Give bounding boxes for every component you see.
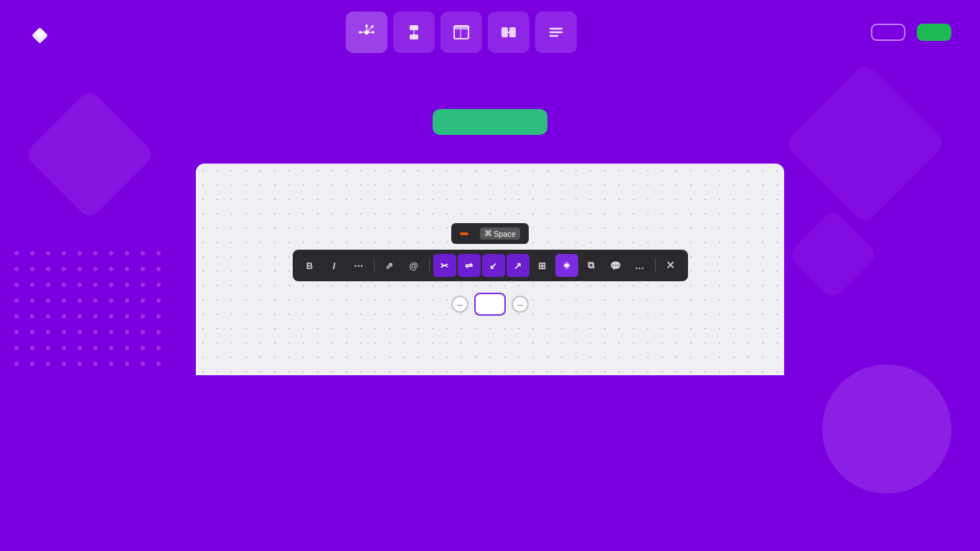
node-connector-left[interactable]: – [451, 296, 468, 313]
ai-sparkle-icon [560, 259, 573, 272]
mindmap-node: – – [451, 293, 529, 316]
toolbar-italic[interactable]: I [323, 254, 346, 277]
nav-icons [346, 11, 577, 53]
toolbar-cut[interactable]: ✂ [433, 254, 456, 277]
deco-circle-right [822, 364, 951, 494]
connector-left-symbol: – [457, 298, 463, 310]
toolbar-swap[interactable]: ⇌ [458, 254, 481, 277]
svg-line-10 [367, 27, 372, 32]
dot-grid: // generate dots inline const dg = docum… [14, 251, 169, 375]
toolbar-close[interactable]: ✕ [659, 254, 682, 277]
deco-diamond-topleft [24, 88, 156, 220]
whimsical-logo-icon [29, 19, 55, 45]
try-it-now-button[interactable] [433, 109, 547, 135]
deco-diamond-topright-lg [784, 65, 946, 225]
svg-rect-15 [454, 26, 468, 29]
toolbar-curve-right[interactable]: ↗ [507, 254, 529, 277]
shortcut-hint: ⌘ Space [480, 227, 520, 240]
hero-section: // generate dots inline const dg = docum… [0, 65, 980, 551]
nav-right [859, 24, 951, 41]
toolbar-mention[interactable]: @ [402, 254, 425, 277]
format-toolbar: B I ⋯ ⇗ @ ✂ ⇌ ↙ ↗ ⊞ ⧉ 💬 … ✕ [293, 250, 688, 281]
svg-rect-11 [410, 25, 418, 30]
toolbar-grid[interactable]: ⊞ [531, 254, 554, 277]
nav-wireframe-button[interactable] [440, 11, 482, 53]
nav-flowchart-button[interactable] [393, 11, 435, 53]
svg-rect-12 [410, 34, 418, 39]
mindmap-nav-icon [357, 22, 377, 42]
toolbar-more[interactable]: ⋯ [347, 254, 370, 277]
toolbar-link[interactable]: ⇗ [378, 254, 401, 277]
flowchart-nav-icon [404, 22, 424, 42]
demo-area: ⌘ Space B I ⋯ ⇗ @ ✂ ⇌ ↙ ↗ ⊞ ⧉ [196, 164, 784, 375]
toolbar-sep-2 [429, 258, 430, 273]
sticky-nav-icon [499, 22, 519, 42]
cmd-symbol: ⌘ [484, 229, 492, 238]
ai-tooltip: ⌘ Space [451, 223, 529, 244]
svg-rect-17 [501, 27, 508, 37]
toolbar-curve-left[interactable]: ↙ [482, 254, 505, 277]
deco-diamond-topright-sm [787, 209, 878, 300]
signup-button[interactable] [917, 24, 951, 41]
header [0, 0, 980, 65]
toolbar-duplicate[interactable]: ⧉ [580, 254, 603, 277]
node-box[interactable] [474, 293, 506, 316]
login-button[interactable] [871, 24, 905, 41]
docs-nav-icon [546, 22, 566, 42]
nav-mindmap-button[interactable] [346, 11, 387, 53]
connector-right-symbol: – [517, 298, 523, 310]
nav-sticky-button[interactable] [488, 11, 529, 53]
node-connector-right[interactable]: – [512, 296, 529, 313]
nav-docs-button[interactable] [535, 11, 577, 53]
toolbar-bold[interactable]: B [298, 254, 321, 277]
toolbar-sep-3 [655, 258, 656, 273]
toolbar-comment[interactable]: 💬 [604, 254, 627, 277]
wireframe-nav-icon [451, 22, 471, 42]
space-label: Space [494, 230, 516, 238]
toolbar-sep-1 [374, 258, 374, 273]
beta-badge [460, 232, 468, 235]
toolbar-ai[interactable] [555, 254, 578, 277]
toolbar-ellipsis[interactable]: … [628, 254, 651, 277]
logo-area [29, 19, 63, 45]
svg-rect-18 [509, 27, 516, 37]
